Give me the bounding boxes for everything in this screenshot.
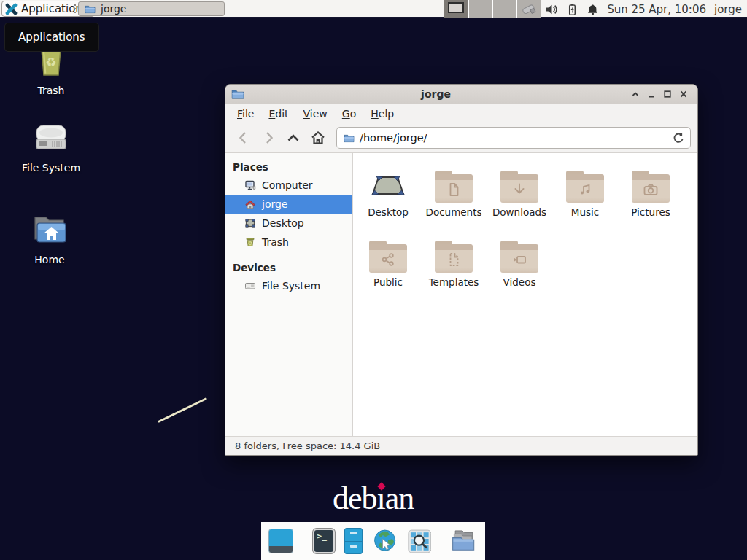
trash-small-icon <box>244 236 256 248</box>
share-glyph <box>379 251 397 268</box>
folder-label: Pictures <box>631 206 670 218</box>
video-camera-glyph <box>511 251 528 268</box>
close-button[interactable] <box>676 86 692 102</box>
tablet-tool-icon[interactable] <box>520 2 536 17</box>
desktop-trapezoid-icon <box>369 171 407 203</box>
stray-line <box>155 394 212 427</box>
folder-downloads[interactable]: Downloads <box>487 162 552 232</box>
debian-logo: debıan <box>333 480 414 517</box>
folder-videos[interactable]: Videos <box>487 232 552 302</box>
titlebar[interactable]: jorge <box>225 85 697 104</box>
sidebar-item-label: Desktop <box>262 217 304 229</box>
applications-tooltip: Applications <box>4 23 99 52</box>
workspace-2[interactable] <box>468 0 492 18</box>
battery-icon[interactable] <box>566 3 578 16</box>
folder-label: Templates <box>429 276 479 288</box>
download-arrow-glyph <box>511 181 528 198</box>
window-body: Places Computer jorge <box>225 153 697 436</box>
folder-documents[interactable]: Documents <box>421 162 487 232</box>
show-desktop-icon[interactable] <box>268 529 293 553</box>
forward-button[interactable] <box>257 128 279 149</box>
sidebar-item-label: File System <box>262 280 320 292</box>
drive-small-icon <box>244 280 256 292</box>
desktop-icon-filesystem[interactable]: File System <box>12 120 90 174</box>
desktop-icon-label: Trash <box>12 85 90 96</box>
web-browser-icon[interactable] <box>372 526 398 556</box>
reload-button[interactable] <box>669 129 686 147</box>
sidebar-item-label: jorge <box>262 198 287 210</box>
desktop-icon-label: File System <box>12 162 90 174</box>
system-tray: Sun 25 Apr, 10:06 jorge <box>520 0 747 18</box>
computer-icon <box>244 179 256 191</box>
folder-label: Videos <box>503 276 536 288</box>
path-entry[interactable]: /home/jorge/ <box>336 127 691 149</box>
maximize-button[interactable] <box>659 86 676 102</box>
menu-file[interactable]: File <box>230 104 261 123</box>
shade-button[interactable] <box>627 86 643 102</box>
menu-edit[interactable]: Edit <box>261 104 295 123</box>
sidebar-item-home[interactable]: jorge <box>225 195 352 214</box>
folder-label: Public <box>374 276 403 288</box>
application-finder-icon[interactable] <box>408 528 432 555</box>
window-title: jorge <box>244 88 627 100</box>
top-panel: Applications jorge Sun <box>0 0 747 18</box>
folder-music[interactable]: Music <box>552 162 618 232</box>
back-button[interactable] <box>232 128 255 149</box>
toolbar: /home/jorge/ <box>225 123 697 153</box>
sidebar: Places Computer jorge <box>225 153 353 436</box>
workspace-window-thumb <box>448 2 464 13</box>
notifications-bell-icon[interactable] <box>587 3 599 16</box>
workspace-3[interactable] <box>492 0 516 18</box>
folder-view: Desktop Documents Downloads <box>353 153 697 436</box>
panel-clock[interactable]: Sun 25 Apr, 10:06 <box>607 3 706 16</box>
home-button[interactable] <box>306 128 329 149</box>
document-glyph <box>445 181 462 198</box>
path-text[interactable]: /home/jorge/ <box>360 132 664 144</box>
hard-drive-icon <box>32 120 70 155</box>
music-notes-glyph <box>576 181 594 198</box>
sidebar-item-trash[interactable]: Trash <box>225 233 352 252</box>
desktop-icon-label: Home <box>10 254 89 265</box>
folder-templates[interactable]: Templates <box>421 232 487 302</box>
window-menu-icon[interactable] <box>231 88 244 101</box>
folder-label: Music <box>571 206 599 218</box>
camera-glyph <box>642 181 659 198</box>
folder-label: Desktop <box>368 206 409 218</box>
applications-menu-icon <box>5 3 18 15</box>
desktop-icon <box>244 217 256 229</box>
menu-view[interactable]: View <box>296 104 335 123</box>
taskbar-window-button[interactable]: jorge <box>78 1 225 16</box>
folder-pictures[interactable]: Pictures <box>618 162 684 232</box>
tasklist-handle[interactable] <box>74 4 76 14</box>
sidebar-item-label: Trash <box>262 236 289 248</box>
folder-desktop[interactable]: Desktop <box>355 162 421 232</box>
sidebar-item-desktop[interactable]: Desktop <box>225 214 352 233</box>
minimize-button[interactable] <box>643 86 659 102</box>
sidebar-item-computer[interactable]: Computer <box>225 176 352 195</box>
panel-username: jorge <box>714 3 742 16</box>
taskbar-window-label: jorge <box>101 3 126 15</box>
sidebar-item-label: Computer <box>262 179 313 191</box>
menubar: File Edit View Go Help <box>225 104 697 123</box>
menu-go[interactable]: Go <box>335 104 363 123</box>
devices-header: Devices <box>225 259 352 276</box>
debian-logo-i: ı <box>377 481 385 516</box>
volume-icon[interactable] <box>544 3 558 16</box>
file-cabinet-icon[interactable] <box>344 528 363 554</box>
svg-text:♻: ♻ <box>45 55 56 69</box>
home-folder-icon <box>30 211 69 246</box>
up-button[interactable] <box>282 128 304 149</box>
menu-help[interactable]: Help <box>363 104 401 123</box>
file-manager-dock-icon[interactable] <box>451 527 478 555</box>
desktop-icon-home[interactable]: Home <box>10 211 89 265</box>
template-glyph <box>445 251 462 268</box>
dock-separator <box>303 526 303 556</box>
path-folder-icon <box>344 133 355 144</box>
folder-public[interactable]: Public <box>355 232 421 302</box>
dock: >_ <box>261 522 485 560</box>
terminal-icon[interactable]: >_ <box>313 529 336 553</box>
workspace-1[interactable] <box>444 0 468 18</box>
folder-label: Documents <box>426 206 482 218</box>
sidebar-item-filesystem[interactable]: File System <box>225 276 352 295</box>
places-header: Places <box>225 158 352 176</box>
